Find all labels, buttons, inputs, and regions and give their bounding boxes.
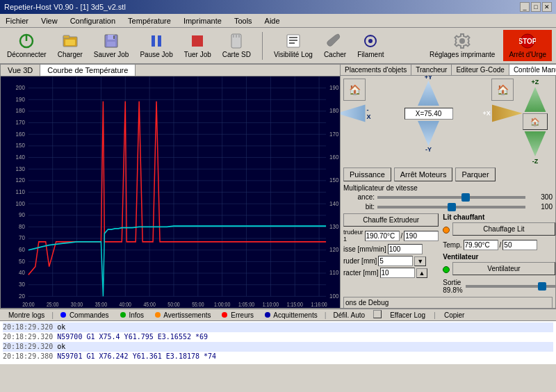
bed-temp-target[interactable] (502, 240, 537, 250)
extruder-temp-current[interactable] (365, 231, 400, 241)
emergency-button[interactable]: STOP Arrêt d'Urge (503, 30, 552, 61)
x-plus-container: +X (482, 101, 522, 126)
close-button[interactable]: ✕ (542, 2, 552, 12)
extruder-down-button[interactable]: ▼ (414, 256, 426, 266)
z-plus-button[interactable] (520, 87, 550, 112)
movement-section: 🏠 +Y 🏠 (343, 79, 553, 165)
tab-vue3d[interactable]: Vue 3D (1, 65, 40, 76)
menu-fichier[interactable]: Fichier (3, 16, 31, 26)
chauffage-lit-button[interactable]: Chauffage Lit (452, 222, 555, 236)
log-text-0: ok (57, 323, 65, 331)
tab-temperature-curve[interactable]: Courbe de Température (40, 65, 136, 76)
parquer-button[interactable]: Parquer (455, 168, 495, 181)
tab-placements[interactable]: Placements d'objets (341, 65, 411, 75)
menu-temperature[interactable]: Température (125, 16, 174, 26)
log-tab-acquittements[interactable]: Acquittements (259, 311, 323, 320)
svg-text:200: 200 (16, 83, 25, 91)
extruder-up-button[interactable]: ▲ (416, 268, 428, 278)
menu-tools[interactable]: Tools (231, 16, 255, 26)
svg-text:1:05:00: 1:05:00 (238, 301, 254, 308)
svg-text:30:00: 30:00 (71, 301, 83, 308)
chauffage-extrudeur-button[interactable]: Chauffe Extrudeur (343, 213, 439, 227)
svg-text:160: 160 (16, 130, 25, 138)
home-xy-button[interactable]: 🏠 (343, 79, 366, 101)
svg-text:60: 60 (19, 245, 25, 253)
erreurs-label: Erreurs (231, 311, 254, 319)
tab-trancheur[interactable]: Trancheur (411, 65, 452, 75)
log-tab-erreurs[interactable]: Erreurs (216, 311, 259, 320)
x-minus-container: -X (341, 101, 373, 126)
fan-label: Ventilateur (443, 253, 555, 261)
extruder-temp-target[interactable] (404, 231, 439, 241)
y-plus-button[interactable]: +Y (414, 76, 444, 106)
fan-slider[interactable] (466, 285, 555, 288)
log-tab-effacer[interactable]: Effacer Log (384, 311, 431, 320)
save-label: Sauver Job (94, 51, 129, 58)
kill-button[interactable]: Tuer Job (181, 31, 214, 60)
menu-configuration[interactable]: Configuration (67, 16, 118, 26)
svg-rect-14 (236, 34, 237, 38)
menu-view[interactable]: View (38, 16, 60, 26)
maximize-button[interactable]: □ (531, 2, 541, 12)
menu-aide[interactable]: Aide (262, 16, 283, 26)
svg-text:STOP: STOP (519, 38, 536, 45)
bed-temp-current[interactable] (464, 240, 498, 250)
disconnect-button[interactable]: Déconnecter (4, 31, 49, 60)
hide-button[interactable]: Cacher (321, 31, 349, 60)
svg-text:120: 120 (329, 245, 338, 253)
svg-text:140: 140 (16, 153, 25, 161)
speed-slider-1[interactable] (377, 196, 525, 199)
load-button[interactable]: Charger (55, 31, 85, 60)
svg-text:160: 160 (329, 153, 338, 161)
svg-rect-7 (107, 42, 115, 47)
y-minus-button[interactable]: -Y (414, 121, 444, 153)
log-tab-infos[interactable]: Infos (115, 311, 149, 320)
x-plus-button[interactable]: +X (482, 101, 522, 126)
log-tab-avertissements[interactable]: Avertissements (149, 311, 216, 320)
ventilateur-button[interactable]: Ventilateur (452, 262, 555, 275)
svg-rect-15 (238, 34, 240, 38)
sdcard-button[interactable]: Carte SD (220, 31, 254, 60)
svg-text:1:00:00: 1:00:00 (214, 301, 230, 308)
svg-text:1:10:00: 1:10:00 (263, 301, 279, 308)
extruder-retract-val[interactable] (380, 268, 415, 278)
log-tab-commandes[interactable]: Commandes (55, 311, 114, 320)
svg-rect-9 (152, 35, 155, 47)
tab-controle-manuel[interactable]: Contrôle Manuel (509, 65, 556, 75)
z-minus-button[interactable] (520, 131, 550, 156)
vislog-button[interactable]: Visibilité Log (271, 31, 316, 60)
z-home-button[interactable]: 🏠 (523, 113, 548, 130)
extruder-speed-val[interactable] (388, 244, 423, 254)
svg-text:150: 150 (329, 177, 338, 184)
pause-label: Pause Job (140, 51, 172, 58)
tab-gcode-editor[interactable]: Editeur G-Code (452, 65, 509, 75)
log-tab-defilaut[interactable]: Défil. Auto (328, 311, 371, 320)
extruder-speed-row: isse [mm/min] (343, 244, 439, 254)
save-button[interactable]: Sauver Job (91, 31, 132, 60)
x-display: X=75.40 (404, 108, 453, 120)
puissance-button[interactable]: Puissance (343, 168, 391, 181)
pause-button[interactable]: Pause Job (137, 31, 175, 60)
log-tab-montre[interactable]: Montre logs (3, 311, 50, 320)
y-plus-container: +Y (414, 76, 444, 106)
menu-imprimante[interactable]: Imprimante (181, 16, 224, 26)
extruder-retract-label: racter [mm] (343, 269, 379, 277)
bed-btn-row: Chauffage Lit (443, 222, 555, 238)
extruder-length-label: ruder [mm] (343, 257, 377, 265)
power-icon (18, 33, 35, 49)
x-minus-button[interactable]: -X (341, 101, 373, 126)
svg-rect-11 (192, 35, 203, 47)
speed-slider-2[interactable] (377, 206, 525, 209)
home-z-button-top[interactable]: 🏠 (491, 79, 514, 101)
log-tab-copier[interactable]: Copier (439, 311, 470, 320)
filament-button[interactable]: Filament (354, 31, 386, 60)
minimize-button[interactable]: _ (520, 2, 530, 12)
svg-text:140: 140 (329, 199, 338, 207)
svg-text:1:16:00: 1:16:00 (311, 301, 327, 308)
print-settings-button[interactable]: Réglages imprimante (427, 31, 498, 60)
extruder-length-val[interactable] (378, 256, 413, 266)
defilaut-checkbox[interactable] (373, 310, 382, 318)
filament-label: Filament (357, 51, 384, 58)
arret-moteurs-button[interactable]: Arrêt Moteurs (394, 168, 453, 181)
log-time-3: 20:18:29.380 (3, 352, 53, 360)
